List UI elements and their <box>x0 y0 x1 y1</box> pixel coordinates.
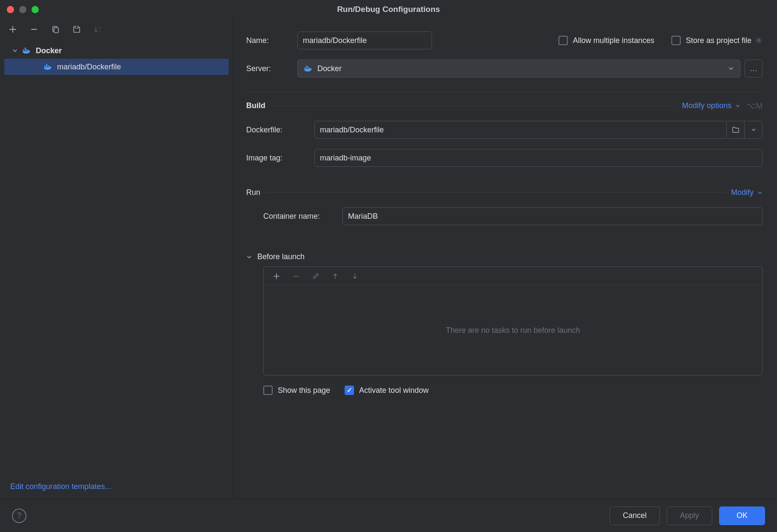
dockerfile-label: Dockerfile: <box>246 126 314 134</box>
imagetag-input[interactable] <box>314 149 763 167</box>
folder-icon <box>732 126 740 133</box>
svg-point-12 <box>758 40 760 42</box>
checkbox-icon <box>671 36 681 45</box>
divider <box>266 192 725 193</box>
sidebar-toolbar: az <box>0 19 233 40</box>
content-panel: Name: Allow multiple instances Store as … <box>233 19 777 499</box>
chevron-down-icon[interactable] <box>246 254 252 260</box>
show-this-page-checkbox[interactable]: Show this page <box>263 386 330 395</box>
divider <box>271 106 676 106</box>
add-config-icon[interactable] <box>8 24 18 34</box>
modify-options-link[interactable]: Modify options <box>682 101 740 110</box>
titlebar: Run/Debug Configurations <box>0 0 777 19</box>
dockerfile-input[interactable] <box>314 121 727 139</box>
checkbox-icon <box>263 386 273 395</box>
apply-button[interactable]: Apply <box>667 506 712 525</box>
svg-rect-15 <box>308 67 309 69</box>
svg-rect-6 <box>26 49 28 51</box>
svg-text:z: z <box>99 29 101 33</box>
window-maximize-button[interactable] <box>32 6 39 13</box>
help-button[interactable]: ? <box>12 509 26 523</box>
checkbox-icon <box>345 386 354 395</box>
name-label: Name: <box>246 36 297 45</box>
name-input[interactable] <box>297 31 432 49</box>
sort-config-icon[interactable]: az <box>93 24 103 34</box>
svg-rect-14 <box>306 67 308 69</box>
add-task-icon[interactable] <box>271 271 282 281</box>
divider <box>246 92 763 92</box>
server-value: Docker <box>317 64 342 73</box>
svg-rect-5 <box>25 49 26 51</box>
ok-button[interactable]: OK <box>719 506 765 525</box>
activate-tool-window-checkbox[interactable]: Activate tool window <box>345 386 429 395</box>
sidebar: az Docker mariadb/Docker <box>0 19 233 499</box>
docker-icon <box>304 65 313 72</box>
chevron-down-icon <box>751 127 756 132</box>
cancel-button[interactable]: Cancel <box>610 506 660 525</box>
before-launch-box: There are no tasks to run before launch <box>263 266 763 375</box>
store-as-project-label: Store as project file <box>686 36 751 45</box>
docker-icon <box>22 47 32 54</box>
build-section-title: Build <box>246 101 265 110</box>
svg-rect-16 <box>306 66 308 67</box>
tree-node-docker[interactable]: Docker <box>0 43 233 59</box>
server-label: Server: <box>246 64 297 73</box>
tree-node-dockerfile[interactable]: mariadb/Dockerfile <box>4 59 229 75</box>
show-this-page-label: Show this page <box>278 386 330 395</box>
checkbox-icon <box>558 36 568 45</box>
run-section-title: Run <box>246 188 260 197</box>
config-tree: Docker mariadb/Dockerfile <box>0 40 233 475</box>
svg-rect-9 <box>46 66 47 67</box>
svg-rect-1 <box>54 28 58 33</box>
edit-templates-link[interactable]: Edit configuration templates... <box>10 482 111 491</box>
allow-multiple-label: Allow multiple instances <box>573 36 654 45</box>
gear-icon[interactable] <box>755 37 763 44</box>
window-title: Run/Debug Configurations <box>337 5 440 14</box>
svg-rect-13 <box>305 67 306 69</box>
store-as-project-checkbox[interactable]: Store as project file <box>671 36 751 45</box>
allow-multiple-checkbox[interactable]: Allow multiple instances <box>558 36 654 45</box>
remove-config-icon[interactable] <box>29 24 39 34</box>
svg-rect-10 <box>48 66 49 67</box>
dockerfile-expand-button[interactable] <box>745 121 763 139</box>
footer: ? Cancel Apply OK <box>0 499 777 532</box>
save-config-icon[interactable] <box>72 24 82 34</box>
server-dropdown[interactable]: Docker <box>297 60 740 77</box>
move-down-icon[interactable] <box>350 271 360 281</box>
svg-rect-11 <box>46 64 47 65</box>
copy-config-icon[interactable] <box>50 24 60 34</box>
move-up-icon[interactable] <box>330 271 340 281</box>
svg-rect-7 <box>25 48 26 49</box>
modify-run-link[interactable]: Modify <box>731 188 763 197</box>
container-name-input[interactable] <box>342 207 763 225</box>
before-launch-title: Before launch <box>257 252 305 261</box>
ellipsis-icon: … <box>750 64 757 73</box>
before-launch-empty: There are no tasks to run before launch <box>264 286 762 375</box>
browse-file-button[interactable] <box>727 121 745 139</box>
remove-task-icon[interactable] <box>291 271 301 281</box>
tree-node-label: mariadb/Dockerfile <box>57 63 121 72</box>
server-browse-button[interactable]: … <box>745 60 763 77</box>
activate-tool-window-label: Activate tool window <box>359 386 429 395</box>
edit-task-icon[interactable] <box>311 271 321 281</box>
window-minimize-button[interactable] <box>19 6 26 13</box>
shortcut-label: ⌥M <box>746 101 763 111</box>
docker-icon <box>43 63 53 71</box>
window-close-button[interactable] <box>7 6 14 13</box>
svg-rect-8 <box>44 66 46 67</box>
chevron-down-icon <box>12 48 18 54</box>
imagetag-label: Image tag: <box>246 154 314 163</box>
chevron-down-icon <box>728 66 734 72</box>
container-name-label: Container name: <box>246 212 342 221</box>
svg-rect-4 <box>23 49 24 51</box>
tree-node-label: Docker <box>36 46 62 55</box>
